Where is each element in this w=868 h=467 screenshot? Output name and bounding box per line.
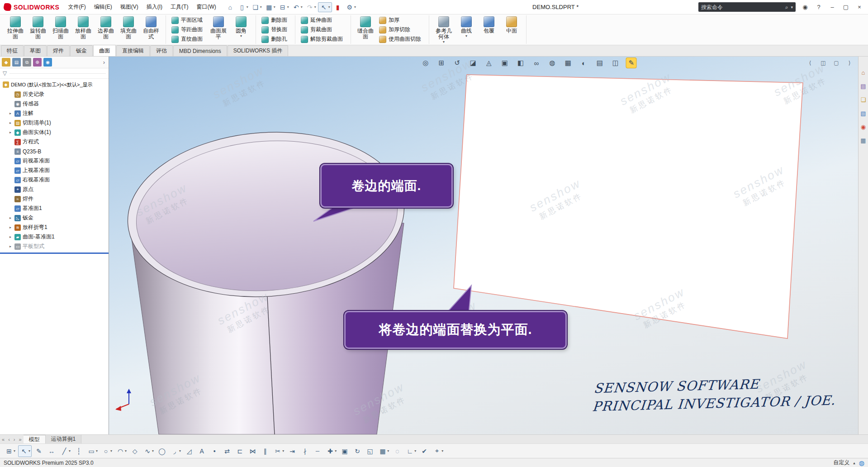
rotate-entities-icon[interactable]: ↻ (352, 446, 363, 457)
curves-button[interactable]: 曲线 ▾ (455, 15, 477, 44)
ruled-surface-button[interactable]: 直纹曲面 (170, 34, 207, 44)
offset-surface-button[interactable]: 等距曲面 (170, 25, 207, 34)
custom-properties-icon[interactable]: ▦ (860, 137, 866, 144)
dimxpertmanager-tab-icon[interactable]: ⊕ (33, 58, 42, 67)
convert-entities-icon[interactable]: ⊏ (234, 446, 245, 457)
menu-item[interactable]: 窗口(W) (192, 0, 220, 14)
rebuild-button[interactable]: ▮ (332, 3, 344, 12)
expand-caret-icon[interactable]: ▸ (8, 111, 13, 115)
search-icon[interactable]: ⌕ (785, 4, 788, 10)
split-entities-icon[interactable]: ∤ (299, 446, 310, 457)
save-button[interactable]: ▦ ▾ (264, 3, 277, 12)
window-maximize-pane-icon[interactable]: ▢ (831, 58, 841, 68)
menu-item[interactable]: 插入(I) (142, 0, 166, 14)
panel-flyout-arrow-icon[interactable]: › (101, 59, 107, 66)
apply-scene-icon[interactable]: ▦ (563, 58, 573, 68)
user-account-button[interactable]: ◉ (798, 1, 812, 14)
point-icon[interactable]: • (209, 446, 220, 457)
thicken-button[interactable]: 加厚 (377, 15, 425, 25)
select-button[interactable]: ↖ ▾ (318, 2, 332, 12)
tab-scroll-first-icon[interactable]: « (0, 437, 6, 442)
ellipse-icon[interactable]: ◯ (157, 446, 167, 457)
intersection-curve-icon[interactable]: ⋈ (247, 446, 258, 457)
expand-caret-icon[interactable]: ▸ (8, 121, 13, 125)
sketch-chamfer-icon[interactable]: ◿ (184, 446, 194, 457)
extend-surface-button[interactable]: 延伸曲面 (299, 15, 347, 25)
view-palette-icon[interactable]: ▧ (860, 110, 866, 117)
arc-icon[interactable]: ◠ ▾ (115, 446, 128, 457)
options-button[interactable]: ⚙ ▾ (344, 3, 357, 12)
tree-item-material[interactable]: ≡ Q235-B (0, 147, 109, 156)
menu-item[interactable]: 文件(F) (64, 0, 90, 14)
tab-model[interactable]: 模型 (24, 435, 46, 443)
dynamic-annotation-views-icon[interactable]: ◬ (484, 58, 494, 68)
extrude-surface-button[interactable]: 拉伸曲面 (5, 15, 26, 44)
tree-item-annotations[interactable]: ▸ A 注解 (0, 109, 109, 118)
displaymanager-tab-icon[interactable]: ◉ (43, 58, 52, 67)
solidworks-resources-icon[interactable]: ⌂ (862, 69, 865, 76)
customize-caret-icon[interactable]: ▴ (853, 461, 855, 465)
print-button[interactable]: ⊟ ▾ (277, 3, 290, 12)
redo-button[interactable]: ↷ ▾ (304, 3, 318, 12)
line-icon[interactable]: ╱ ▾ (59, 446, 71, 457)
expand-caret-icon[interactable]: ▸ (8, 235, 13, 239)
construction-geometry-icon[interactable]: ┄ (312, 446, 323, 457)
instant3d-icon[interactable]: ✎ (626, 58, 636, 68)
web-help-globe-icon[interactable]: ◍ (859, 459, 864, 467)
tree-item-cut-list[interactable]: ▸ ▤ 切割清单(1) (0, 118, 109, 128)
offset-entities-icon[interactable]: ∥ (260, 446, 270, 457)
undo-button[interactable]: ↶ ▾ (291, 3, 304, 12)
sketch-icon[interactable]: ✎ (33, 446, 44, 457)
reference-plane-surface[interactable] (454, 75, 803, 338)
cut-with-surface-button[interactable]: 使用曲面切除 (377, 34, 425, 44)
tree-item-flat-pattern[interactable]: ▸ ▭ 平板型式 (0, 242, 109, 251)
knit-surface-button[interactable]: 缝合曲面 (355, 15, 376, 44)
circle-icon[interactable]: ○ ▾ (100, 446, 113, 457)
extend-entities-icon[interactable]: ⇥ (287, 446, 298, 457)
mid-surface-button[interactable]: 中面 (501, 15, 522, 44)
design-library-icon[interactable]: ▤ (860, 83, 866, 90)
flatten-surface-button[interactable]: 曲面展平 (208, 15, 229, 44)
window-next-pane-icon[interactable]: ⟩ (844, 58, 854, 68)
centerline-icon[interactable]: ┆ (73, 446, 84, 457)
copy-entities-icon[interactable]: ▣ (339, 446, 350, 457)
repair-sketch-icon[interactable]: ✔ (419, 446, 430, 457)
tree-item-surface-bodies[interactable]: ▸ ◆ 曲面实体(1) (0, 128, 109, 137)
open-button[interactable]: ❏ ▾ (250, 3, 263, 12)
tree-item-origin[interactable]: ⌖ 原点 (0, 185, 109, 194)
planar-surface-button[interactable]: 平面区域 (170, 15, 207, 25)
maximize-button[interactable]: ▢ (839, 1, 853, 14)
tree-item-front-plane[interactable]: ▱ 前视基准面 (0, 156, 109, 166)
home-button[interactable]: ⌂ (225, 3, 236, 12)
search-dropdown-icon[interactable]: ▾ (791, 5, 793, 10)
fill-surface-button[interactable]: 填充曲面 (118, 15, 139, 44)
tab-sketch[interactable]: 草图 (24, 45, 47, 56)
window-previous-pane-icon[interactable]: ⟨ (805, 58, 815, 68)
configurationmanager-tab-icon[interactable]: ⧉ (23, 58, 31, 67)
tab-scroll-prev-icon[interactable]: ‹ (6, 437, 12, 442)
revolve-surface-button[interactable]: 旋转曲面 (27, 15, 49, 44)
spline-icon[interactable]: ∿ ▾ (142, 446, 155, 457)
rectangle-icon[interactable]: ▭ ▾ (86, 446, 99, 457)
propertymanager-tab-icon[interactable]: ▤ (12, 58, 21, 67)
tree-root-item[interactable]: ◆ DEMO (默认<按加工>)<<默认>_显示 (0, 80, 109, 90)
circular-pattern-icon[interactable]: ◌ (392, 446, 403, 457)
trim-entities-icon[interactable]: ✂ ▾ (272, 446, 285, 457)
sketch-fillet-icon[interactable]: ◞ ▾ (169, 446, 182, 457)
file-explorer-icon[interactable]: ❏ (861, 96, 866, 103)
edit-appearance-icon[interactable]: ◍ (547, 58, 557, 68)
menu-item[interactable]: 视图(V) (116, 0, 142, 14)
rollback-bar[interactable] (0, 253, 109, 254)
tree-item-history[interactable]: ◷ 历史记录 (0, 90, 109, 99)
tree-item-top-plane[interactable]: ▱ 上视基准面 (0, 166, 109, 175)
appearances-icon[interactable]: ◉ (861, 124, 866, 130)
command-search[interactable]: ⌕ ▾ (698, 2, 796, 12)
tree-item-surface-plane1[interactable]: ▸ ▰ 曲面-基准面1 (0, 232, 109, 242)
expand-caret-icon[interactable]: ▸ (8, 225, 13, 229)
tree-item-sheet-metal[interactable]: ▸ ◺ 钣金 (0, 213, 109, 223)
graphics-area[interactable]: senshow新思诺软件 senshow新思诺软件 senshow新思诺软件 s… (109, 57, 858, 434)
menu-item[interactable]: 编辑(E) (90, 0, 116, 14)
hide-show-items-icon[interactable]: ∞ (531, 58, 541, 68)
sketch-text-icon[interactable]: A (196, 446, 207, 457)
close-button[interactable]: × (853, 1, 866, 14)
